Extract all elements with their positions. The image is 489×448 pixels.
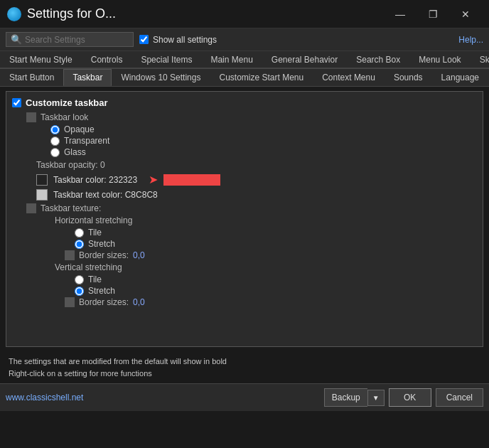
help-link[interactable]: Help... <box>458 35 483 45</box>
tab-main-menu[interactable]: Main Menu <box>201 51 262 68</box>
taskbar-opacity-row: Taskbar opacity: 0 <box>36 160 477 170</box>
section-title: Customize taskbar <box>26 97 108 108</box>
app-icon <box>7 7 21 21</box>
footer: www.classicshell.net Backup ▼ OK Cancel <box>0 383 489 411</box>
show-all-label[interactable]: Show all settings <box>139 35 217 45</box>
horiz-options: Tile Stretch <box>75 228 477 249</box>
horiz-stretch-option[interactable]: Stretch <box>75 239 477 249</box>
vert-border-value[interactable]: 0,0 <box>133 297 145 307</box>
vert-stretch-radio[interactable] <box>75 287 84 296</box>
status-line2: Right-click on a setting for more functi… <box>9 368 480 380</box>
horiz-border-row: Border sizes: 0,0 <box>65 250 477 260</box>
close-button[interactable]: ✕ <box>449 0 482 28</box>
status-line1: The settings that are modified from the … <box>9 356 480 368</box>
tab-skin[interactable]: Skin <box>471 51 489 68</box>
window-controls: — ❐ ✕ <box>384 0 482 28</box>
taskbar-color-row[interactable]: Taskbar color: 232323 ➤ <box>36 173 477 186</box>
transparent-radio[interactable] <box>50 137 60 146</box>
color-arrow-bar <box>163 174 220 186</box>
tab-special-items[interactable]: Special Items <box>131 51 201 68</box>
vert-options: Tile Stretch <box>75 274 477 296</box>
tab-search-box[interactable]: Search Box <box>347 51 409 68</box>
main-content: Customize taskbar Taskbar look Opaque Tr… <box>6 91 483 347</box>
texture-icon <box>26 203 36 213</box>
vert-stretch-label-row: Vertical stretching <box>50 262 477 272</box>
backup-button[interactable]: Backup <box>324 388 367 407</box>
transparent-option[interactable]: Transparent <box>50 136 477 146</box>
horiz-border-icon <box>65 250 75 260</box>
taskbar-text-color-label: Taskbar text color: C8C8C8 <box>53 190 158 200</box>
taskbar-opacity-label: Taskbar opacity: 0 <box>36 160 105 170</box>
tabs-row1: Start Menu Style Controls Special Items … <box>0 51 489 68</box>
vert-tile-radio[interactable] <box>75 275 84 284</box>
cancel-button[interactable]: Cancel <box>436 388 483 407</box>
title-bar: Settings for O... — ❐ ✕ <box>0 0 489 28</box>
taskbar-text-color-row[interactable]: Taskbar text color: C8C8C8 <box>36 189 477 201</box>
restore-button[interactable]: ❐ <box>417 0 449 28</box>
search-input[interactable] <box>25 35 131 45</box>
tabs-row2: Start Button Taskbar Windows 10 Settings… <box>0 68 489 87</box>
tab-controls[interactable]: Controls <box>82 51 132 68</box>
taskbar-look-icon <box>26 112 36 122</box>
horiz-stretch-label-row: Horizontal stretching <box>50 215 477 225</box>
tab-menu-look[interactable]: Menu Look <box>409 51 470 68</box>
taskbar-look-group: Taskbar look Opaque Transparent Glass <box>26 112 477 157</box>
vert-border-icon <box>65 297 75 307</box>
opaque-option[interactable]: Opaque <box>50 124 477 134</box>
minimize-button[interactable]: — <box>384 0 417 28</box>
search-box-container[interactable]: 🔍 <box>6 32 134 47</box>
classicshell-link[interactable]: www.classicshell.net <box>6 393 83 402</box>
tab-windows-10-settings[interactable]: Windows 10 Settings <box>112 69 210 86</box>
horiz-tile-option[interactable]: Tile <box>75 228 477 238</box>
tab-general-behavior[interactable]: General Behavior <box>262 51 347 68</box>
taskbar-color-swatch[interactable] <box>36 174 48 186</box>
backup-dropdown-button[interactable]: ▼ <box>367 390 385 406</box>
horiz-tile-radio[interactable] <box>75 228 84 238</box>
opaque-radio[interactable] <box>50 125 60 134</box>
horiz-stretch-radio[interactable] <box>75 240 84 249</box>
search-icon: 🔍 <box>11 34 22 45</box>
taskbar-color-label: Taskbar color: 232323 <box>53 175 137 185</box>
opacity-options: Opaque Transparent Glass <box>50 124 477 157</box>
footer-buttons: Backup ▼ OK Cancel <box>324 388 483 407</box>
vert-stretch-section: Vertical stretching Tile Stretch Border … <box>50 262 477 307</box>
taskbar-look-label: Taskbar look <box>26 112 477 122</box>
color-arrow: ➤ <box>149 173 158 186</box>
tab-language[interactable]: Language <box>432 69 488 86</box>
customize-taskbar-checkbox[interactable] <box>12 98 21 107</box>
tab-start-button[interactable]: Start Button <box>0 69 63 86</box>
show-all-checkbox[interactable] <box>139 35 149 44</box>
vert-stretch-option[interactable]: Stretch <box>75 286 477 296</box>
glass-radio[interactable] <box>50 148 60 157</box>
toolbar: 🔍 Show all settings Help... <box>0 28 489 51</box>
vert-tile-option[interactable]: Tile <box>75 274 477 284</box>
status-bar: The settings that are modified from the … <box>0 351 489 383</box>
ok-button[interactable]: OK <box>389 388 431 407</box>
window-title: Settings for O... <box>27 6 384 21</box>
tab-customize-start-menu[interactable]: Customize Start Menu <box>210 69 313 86</box>
backup-button-group: Backup ▼ <box>324 388 385 407</box>
vert-border-row: Border sizes: 0,0 <box>65 297 477 307</box>
horiz-stretch-section: Horizontal stretching Tile Stretch Borde… <box>50 215 477 260</box>
tab-start-menu-style[interactable]: Start Menu Style <box>0 51 82 68</box>
tab-sounds[interactable]: Sounds <box>385 69 432 86</box>
section-header: Customize taskbar <box>12 97 477 108</box>
horiz-border-value[interactable]: 0,0 <box>133 250 145 260</box>
glass-option[interactable]: Glass <box>50 147 477 157</box>
tab-context-menu[interactable]: Context Menu <box>313 69 385 86</box>
taskbar-texture-group: Taskbar texture: Horizontal stretching T… <box>26 203 477 307</box>
texture-label-row: Taskbar texture: <box>26 203 477 213</box>
taskbar-text-color-swatch[interactable] <box>36 189 48 201</box>
tab-taskbar[interactable]: Taskbar <box>63 69 112 86</box>
